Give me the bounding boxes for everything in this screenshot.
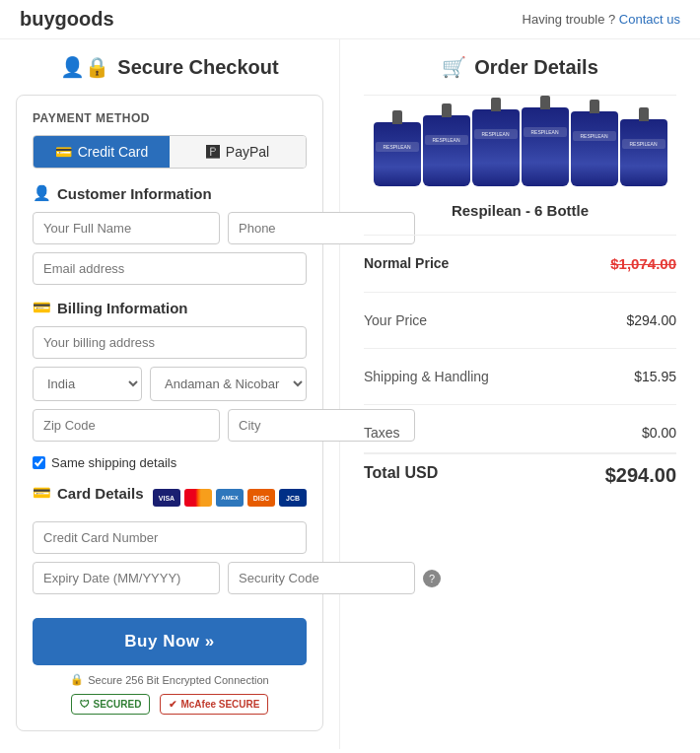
billing-address-input[interactable] [33, 326, 307, 359]
billing-icon: 💳 [33, 299, 51, 316]
taxes-row: Taxes $0.00 [364, 417, 676, 448]
mcafee-icon: ✔ [169, 699, 176, 710]
shipping-value: $15.95 [634, 369, 676, 384]
zip-city-row [33, 409, 307, 442]
discover-icon: DISC [247, 489, 275, 507]
bottle-2: RESPILEAN [423, 115, 470, 186]
full-name-input[interactable] [33, 212, 220, 244]
cart-icon: 🛒 [442, 55, 466, 79]
cc-number-input[interactable] [33, 521, 307, 554]
name-phone-row [33, 212, 307, 244]
taxes-label: Taxes [364, 425, 400, 441]
your-price-label: Your Price [364, 312, 427, 328]
normal-price-label: Normal Price [364, 255, 449, 272]
right-panel: 🛒 Order Details RESPILEAN RESPILEAN RESP… [340, 39, 700, 749]
mastercard-icon [184, 489, 212, 507]
order-divider-4 [364, 348, 676, 349]
total-label: Total USD [364, 464, 438, 487]
secure-icon: 👤🔒 [60, 55, 109, 79]
order-divider-2 [364, 235, 676, 236]
contact-link[interactable]: Contact us [619, 12, 680, 27]
tab-paypal[interactable]: 🅿 PayPal [170, 136, 306, 168]
email-input[interactable] [33, 252, 307, 285]
bottle-1: RESPILEAN [374, 122, 421, 186]
zip-input[interactable] [33, 409, 220, 442]
payment-tabs: 💳 Credit Card 🅿 PayPal [33, 135, 307, 169]
country-select[interactable]: India [33, 367, 142, 401]
expiry-input[interactable] [33, 562, 220, 594]
amex-icon: AMEX [216, 489, 244, 507]
lock-icon: 🔒 [70, 673, 84, 686]
logo: buygoods [20, 8, 114, 31]
order-divider-3 [364, 292, 676, 293]
country-state-row: India Andaman & Nicobar [33, 367, 307, 401]
shipping-label: Shipping & Handling [364, 369, 489, 384]
card-details-header: 💳 Card Details VISA AMEX DISC JCB [33, 484, 307, 512]
customer-info-title: 👤 Customer Information [33, 184, 307, 202]
card-icons: VISA AMEX DISC JCB [153, 489, 307, 507]
card-details-title: 💳 Card Details [33, 484, 144, 502]
buy-now-button[interactable]: Buy Now » [33, 618, 307, 665]
same-shipping-label: Same shipping details [51, 455, 176, 470]
checkout-card: PAYMENT METHOD 💳 Credit Card 🅿 PayPal 👤 … [16, 95, 323, 731]
your-price-row: Your Price $294.00 [364, 305, 676, 336]
secured-badge: 🛡 SECURED [71, 694, 151, 715]
trouble-text: Having trouble ? [523, 12, 616, 27]
total-row: Total USD $294.00 [364, 452, 676, 497]
main-layout: 👤🔒 Secure Checkout PAYMENT METHOD 💳 Cred… [0, 39, 700, 749]
bottle-5: RESPILEAN [571, 111, 618, 186]
total-value: $294.00 [605, 464, 676, 487]
product-image-container: RESPILEAN RESPILEAN RESPILEAN RESPILEAN … [364, 107, 676, 186]
person-icon: 👤 [33, 184, 51, 202]
top-right: Having trouble ? Contact us [523, 12, 680, 27]
top-bar: buygoods Having trouble ? Contact us [0, 0, 700, 39]
shipping-row: Shipping & Handling $15.95 [364, 361, 676, 392]
order-divider-5 [364, 404, 676, 405]
product-name: Respilean - 6 Bottle [364, 202, 676, 219]
card-details-section: 💳 Card Details VISA AMEX DISC JCB [33, 484, 307, 594]
your-price-value: $294.00 [626, 312, 676, 328]
trust-badges: 🛡 SECURED ✔ McAfee SECURE [33, 694, 307, 715]
paypal-tab-label: PayPal [226, 144, 269, 160]
state-select[interactable]: Andaman & Nicobar [150, 367, 307, 401]
tab-credit-card[interactable]: 💳 Credit Card [34, 136, 170, 168]
visa-icon: VISA [153, 489, 180, 507]
shield-icon: 🛡 [80, 699, 90, 710]
credit-card-icon: 💳 [55, 144, 72, 160]
paypal-icon: 🅿 [206, 144, 220, 160]
jcb-icon: JCB [279, 489, 307, 507]
product-bottles: RESPILEAN RESPILEAN RESPILEAN RESPILEAN … [373, 107, 668, 186]
email-row [33, 252, 307, 285]
bottle-6: RESPILEAN [620, 119, 667, 186]
bottle-3: RESPILEAN [472, 109, 520, 186]
cc-number-row [33, 521, 307, 554]
billing-address-row [33, 326, 307, 359]
mcafee-badge: ✔ McAfee SECURE [160, 694, 268, 715]
order-details-title: 🛒 Order Details [364, 55, 676, 79]
billing-info-section: 💳 Billing Information India Andaman & Ni… [33, 299, 307, 442]
normal-price-row: Normal Price $1,074.00 [364, 247, 676, 280]
same-shipping-checkbox[interactable] [33, 456, 45, 469]
customer-info-section: 👤 Customer Information [33, 184, 307, 285]
expiry-security-row: ? [33, 562, 307, 594]
payment-method-label: PAYMENT METHOD [33, 111, 307, 125]
card-icon: 💳 [33, 484, 51, 502]
same-shipping-row: Same shipping details [33, 455, 307, 470]
secure-note: 🔒 Secure 256 Bit Encrypted Connection [33, 673, 307, 686]
bottle-4: RESPILEAN [522, 107, 569, 186]
credit-card-tab-label: Credit Card [78, 144, 149, 160]
order-divider [364, 95, 676, 96]
normal-price-value: $1,074.00 [610, 255, 676, 272]
taxes-value: $0.00 [642, 425, 676, 441]
billing-info-title: 💳 Billing Information [33, 299, 307, 316]
left-panel: 👤🔒 Secure Checkout PAYMENT METHOD 💳 Cred… [0, 39, 340, 749]
checkout-title: 👤🔒 Secure Checkout [16, 55, 323, 79]
